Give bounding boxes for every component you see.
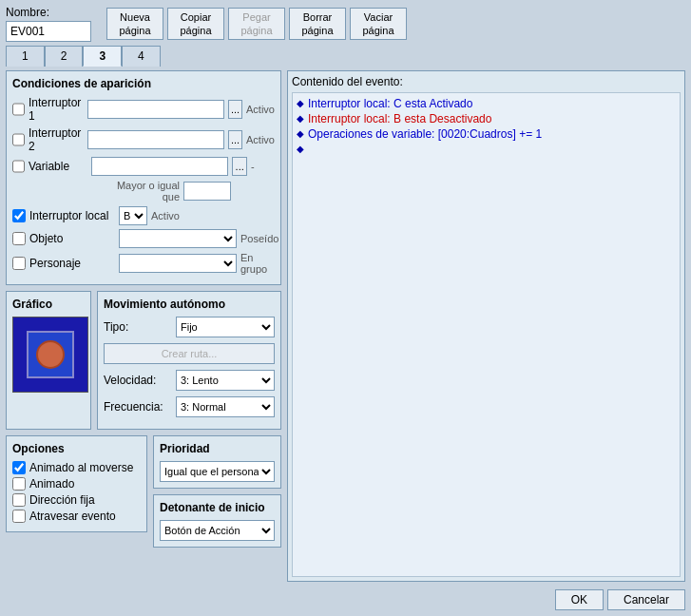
- interruptor1-checkbox[interactable]: [12, 103, 25, 116]
- event-text-3: Operaciones de variable: [0020:Cuadros] …: [308, 127, 542, 141]
- cancel-button[interactable]: Cancelar: [607, 589, 685, 610]
- grafico-image[interactable]: [12, 317, 88, 393]
- event-list: ◆ Interruptor local: C esta Activado ◆ I…: [292, 92, 681, 577]
- event-text-2: Interruptor local: B esta Desactivado: [308, 112, 491, 125]
- nombre-input[interactable]: [6, 21, 91, 42]
- interruptor-local-checkbox[interactable]: [12, 209, 26, 222]
- objeto-select[interactable]: [119, 229, 237, 248]
- interruptor1-input[interactable]: [87, 100, 224, 119]
- interruptor1-dots-button[interactable]: ...: [228, 100, 242, 119]
- opciones-title: Opciones: [12, 442, 141, 455]
- objeto-poseido: Poseído: [240, 233, 275, 244]
- interruptor2-checkbox[interactable]: [12, 133, 25, 146]
- interruptor1-activo: Activo: [246, 104, 275, 115]
- ok-button[interactable]: OK: [555, 589, 604, 610]
- event-item-1[interactable]: ◆ Interruptor local: C esta Activado: [297, 97, 676, 110]
- personaje-checkbox[interactable]: [12, 257, 26, 270]
- diamond-icon-1: ◆: [297, 98, 304, 108]
- variable-input[interactable]: [91, 157, 228, 176]
- pegar-pagina-button[interactable]: Pegar página: [228, 8, 285, 41]
- borrar-pagina-button[interactable]: Borrar página: [289, 8, 346, 41]
- objeto-checkbox[interactable]: [12, 232, 26, 245]
- tab-1[interactable]: 1: [6, 46, 45, 67]
- interruptor-local-label: Interruptor local: [29, 209, 115, 222]
- prioridad-select[interactable]: Debajo del personaje Igual que el person…: [160, 461, 275, 482]
- diamond-icon-2: ◆: [297, 113, 304, 124]
- detonante-title: Detonante de inicio: [160, 501, 275, 514]
- interruptor2-input[interactable]: [87, 130, 224, 149]
- detonante-select[interactable]: Botón de Acción Al tocar al jugador Al t…: [160, 520, 275, 541]
- direccion-fija-checkbox[interactable]: [12, 493, 26, 507]
- diamond-icon-3: ◆: [297, 128, 304, 139]
- movimiento-title: Movimiento autónomo: [104, 298, 275, 311]
- event-text-1: Interruptor local: C esta Activado: [308, 97, 472, 110]
- interruptor2-dots-button[interactable]: ...: [228, 130, 242, 149]
- mayor-spinner[interactable]: [183, 182, 231, 201]
- atravesar-evento-label: Atravesar evento: [29, 510, 116, 523]
- personaje-label: Personaje: [29, 257, 115, 270]
- tipo-label: Tipo:: [104, 320, 170, 334]
- contenido-title: Contenido del evento:: [292, 75, 681, 88]
- interruptor-local-select[interactable]: A B C D: [119, 206, 147, 225]
- variable-activo: -: [251, 161, 275, 172]
- frecuencia-select[interactable]: 1: Muy baja 2: Baja 3: Normal 4: Alta 5:…: [176, 396, 275, 417]
- animado-label: Animado: [29, 477, 74, 491]
- tab-2[interactable]: 2: [45, 46, 84, 67]
- crear-ruta-button[interactable]: Crear ruta...: [104, 343, 275, 364]
- personaje-select[interactable]: [119, 254, 237, 273]
- event-item-4[interactable]: ◆: [297, 143, 676, 154]
- tab-3[interactable]: 3: [83, 46, 122, 67]
- atravesar-evento-checkbox[interactable]: [12, 510, 26, 523]
- interruptor2-label: Interruptor 2: [29, 126, 84, 153]
- nueva-pagina-button[interactable]: Nueva página: [106, 8, 163, 41]
- variable-dots-button[interactable]: ...: [232, 157, 247, 176]
- mayor-label: Mayor o igual que: [104, 180, 180, 202]
- tab-4[interactable]: 4: [122, 46, 161, 67]
- frecuencia-label: Frecuencia:: [104, 400, 170, 414]
- prioridad-title: Prioridad: [160, 442, 275, 455]
- variable-label: Variable: [29, 160, 87, 173]
- velocidad-label: Velocidad:: [104, 374, 170, 387]
- event-item-3[interactable]: ◆ Operaciones de variable: [0020:Cuadros…: [297, 127, 676, 141]
- grafico-title: Gráfico: [12, 298, 85, 311]
- interruptor1-label: Interruptor 1: [29, 96, 84, 123]
- animado-checkbox[interactable]: [12, 477, 26, 491]
- event-item-2[interactable]: ◆ Interruptor local: B esta Desactivado: [297, 112, 676, 125]
- velocidad-select[interactable]: 1: Muy lento 2: Lento 3: Lento 4: Normal…: [176, 370, 275, 391]
- copiar-pagina-button[interactable]: Copiar página: [167, 8, 224, 41]
- personaje-en-grupo: En grupo: [240, 252, 275, 275]
- tipo-select[interactable]: Fijo Aleatorio Acercarse Alejarse Person…: [176, 317, 275, 337]
- interruptor2-activo: Activo: [246, 134, 275, 145]
- variable-checkbox[interactable]: [12, 160, 25, 173]
- direccion-fija-label: Dirección fija: [29, 493, 95, 507]
- vaciar-pagina-button[interactable]: Vaciar página: [350, 8, 407, 41]
- animado-moverse-label: Animado al moverse: [29, 461, 133, 474]
- condiciones-title: Condiciones de aparición: [12, 77, 275, 90]
- nombre-label: Nombre:: [6, 6, 91, 19]
- objeto-label: Objeto: [29, 232, 115, 245]
- animado-moverse-checkbox[interactable]: [12, 461, 26, 474]
- interruptor-local-activo: Activo: [151, 210, 185, 221]
- diamond-icon-4: ◆: [297, 144, 304, 154]
